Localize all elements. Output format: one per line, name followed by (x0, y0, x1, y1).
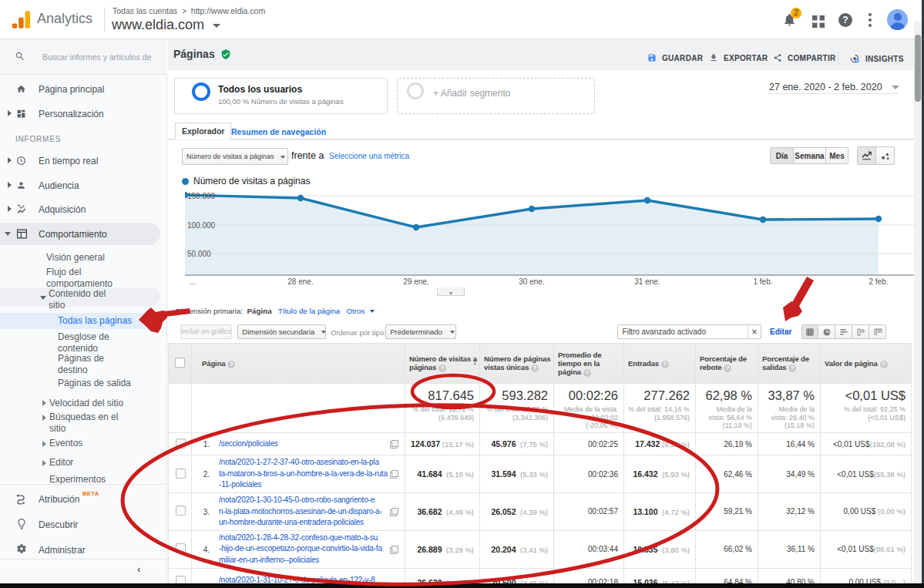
svg-text:31 ene.: 31 ene. (634, 277, 660, 286)
svg-text:1 feb.: 1 feb. (753, 277, 772, 286)
svg-text:...: ... (190, 277, 196, 286)
svg-text:150.000: 150.000 (187, 192, 216, 200)
svg-text:28 ene.: 28 ene. (287, 277, 313, 286)
svg-text:30 ene.: 30 ene. (519, 277, 544, 286)
svg-text:29 ene.: 29 ene. (403, 277, 428, 286)
svg-text:50.000: 50.000 (187, 250, 211, 258)
svg-text:100.000: 100.000 (187, 221, 216, 230)
svg-text:2 feb.: 2 feb. (869, 277, 888, 286)
